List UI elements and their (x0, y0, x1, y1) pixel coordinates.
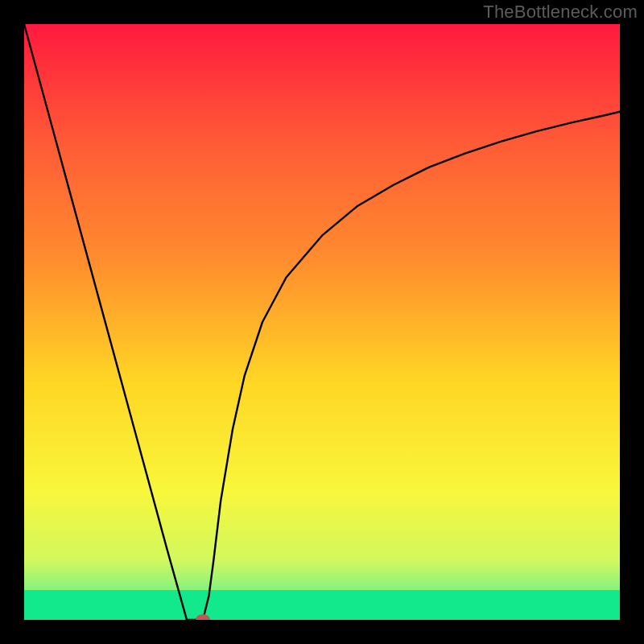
watermark-text: TheBottleneck.com (483, 2, 638, 23)
chart-frame: TheBottleneck.com (0, 0, 644, 644)
plot-area (24, 24, 620, 620)
gradient-background (24, 24, 620, 620)
chart-svg (24, 24, 620, 620)
green-band (24, 590, 620, 620)
